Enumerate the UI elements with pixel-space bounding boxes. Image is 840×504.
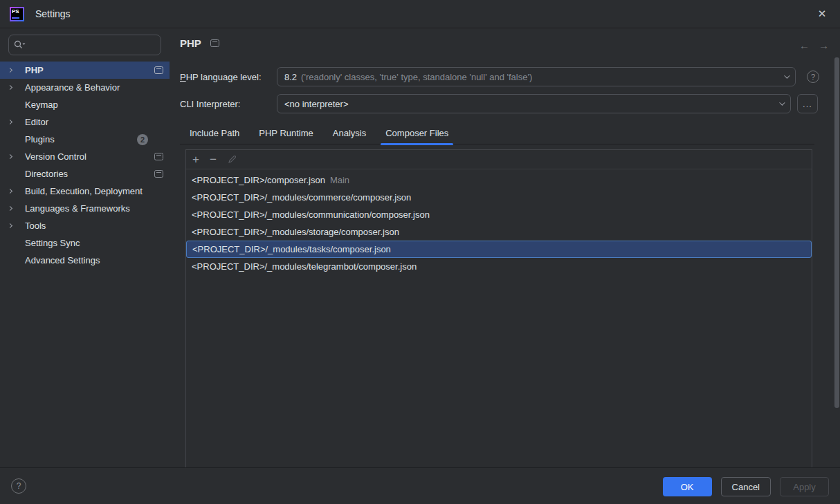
sidebar-item-label: Languages & Frameworks — [25, 203, 130, 214]
composer-file-row[interactable]: <PROJECT_DIR>/composer.jsonMain — [186, 171, 812, 189]
language-level-description: ('readonly' classes, 'true' type, standa… — [301, 72, 532, 82]
chevron-right-icon — [8, 224, 21, 227]
help-button[interactable]: ? — [11, 478, 26, 494]
composer-file-row[interactable]: <PROJECT_DIR>/_modules/commerce/composer… — [186, 189, 812, 206]
sidebar-item-languages-frameworks[interactable]: Languages & Frameworks — [0, 200, 170, 217]
chevron-right-icon — [8, 120, 21, 124]
composer-files-list: <PROJECT_DIR>/composer.jsonMain<PROJECT_… — [186, 169, 812, 275]
page-title: PHP — [180, 37, 219, 49]
tab-label: Analysis — [333, 128, 366, 138]
history-nav: ← → — [799, 39, 829, 51]
language-level-label: PHP language level: — [180, 72, 262, 82]
composer-file-suffix: Main — [330, 175, 349, 185]
tab-analysis[interactable]: Analysis — [323, 122, 376, 144]
sidebar-item-editor[interactable]: Editor — [0, 113, 170, 131]
cli-interpreter-value: <no interpreter> — [284, 99, 349, 109]
titlebar: PS Settings ✕ — [0, 0, 840, 28]
window-title: Settings — [35, 8, 71, 19]
sidebar-item-label: Plugins — [25, 134, 55, 144]
tab-label: Include Path — [190, 128, 239, 138]
sidebar-item-build-execution-deployment[interactable]: Build, Execution, Deployment — [0, 183, 170, 200]
vertical-scrollbar[interactable] — [834, 57, 839, 408]
forward-icon[interactable]: → — [819, 39, 829, 51]
sidebar-item-label: PHP — [25, 65, 44, 75]
sidebar-item-label: Appearance & Behavior — [25, 82, 120, 93]
composer-file-path: <PROJECT_DIR>/_modules/communication/com… — [192, 209, 430, 220]
sidebar-item-php[interactable]: PHP — [0, 62, 170, 79]
search-box[interactable] — [8, 35, 161, 55]
list-toolbar: + − — [186, 150, 812, 169]
chevron-right-icon — [8, 155, 21, 158]
search-input[interactable] — [28, 40, 156, 50]
sidebar-item-label: Advanced Settings — [25, 255, 100, 265]
search-icon — [14, 40, 26, 50]
close-icon[interactable]: ✕ — [814, 6, 830, 22]
chevron-right-icon — [8, 207, 21, 210]
sidebar-item-tools[interactable]: Tools — [0, 217, 170, 234]
tab-php-runtime[interactable]: PHP Runtime — [249, 122, 323, 144]
tab-include-path[interactable]: Include Path — [180, 122, 249, 144]
tab-label: PHP Runtime — [259, 128, 313, 138]
edit-icon[interactable] — [227, 154, 237, 165]
sidebar-item-label: Build, Execution, Deployment — [25, 186, 143, 196]
composer-file-path: <PROJECT_DIR>/_modules/tasks/composer.js… — [192, 244, 391, 254]
tab-composer-files[interactable]: Composer Files — [376, 122, 458, 144]
plugins-count-badge: 2 — [137, 134, 148, 145]
chevron-right-icon — [8, 189, 21, 193]
modified-indicator-icon — [154, 153, 163, 160]
php-settings-tabs: Include PathPHP RuntimeAnalysisComposer … — [180, 122, 814, 144]
back-icon[interactable]: ← — [799, 39, 810, 51]
ok-button[interactable]: OK — [663, 477, 712, 496]
cancel-button[interactable]: Cancel — [721, 477, 771, 496]
sidebar-item-label: Version Control — [25, 151, 86, 162]
modified-indicator-icon — [210, 39, 219, 47]
sidebar-item-version-control[interactable]: Version Control — [0, 148, 170, 165]
sidebar-item-label: Keymap — [25, 100, 58, 110]
composer-file-row[interactable]: <PROJECT_DIR>/_modules/tasks/composer.js… — [186, 241, 812, 258]
sidebar-item-label: Tools — [25, 221, 46, 231]
cli-interpreter-label: CLI Interpreter: — [180, 99, 240, 109]
chevron-right-icon — [8, 86, 21, 89]
sidebar-item-label: Settings Sync — [25, 238, 80, 248]
footer-separator — [0, 467, 840, 468]
chevron-right-icon — [8, 68, 21, 72]
composer-file-row[interactable]: <PROJECT_DIR>/_modules/storage/composer.… — [186, 223, 812, 241]
sidebar-item-plugins[interactable]: Plugins2 — [0, 131, 170, 148]
composer-file-path: <PROJECT_DIR>/_modules/telegrambot/compo… — [192, 261, 417, 272]
sidebar-item-label: Editor — [25, 117, 48, 127]
language-level-select[interactable]: 8.2 ('readonly' classes, 'true' type, st… — [277, 67, 796, 86]
composer-file-row[interactable]: <PROJECT_DIR>/_modules/communication/com… — [186, 206, 812, 223]
sidebar-item-settings-sync[interactable]: Settings Sync — [0, 234, 170, 252]
composer-file-path: <PROJECT_DIR>/_modules/commerce/composer… — [192, 192, 411, 203]
modified-indicator-icon — [154, 170, 163, 178]
sidebar-item-appearance-behavior[interactable]: Appearance & Behavior — [0, 79, 170, 96]
apply-button[interactable]: Apply — [780, 477, 829, 496]
settings-sidebar: PHPAppearance & BehaviorKeymapEditorPlug… — [0, 29, 174, 467]
composer-file-path: <PROJECT_DIR>/composer.json — [192, 175, 325, 185]
sidebar-item-label: Directories — [25, 169, 68, 179]
help-icon[interactable]: ? — [807, 71, 819, 83]
sidebar-item-keymap[interactable]: Keymap — [0, 96, 170, 113]
composer-file-path: <PROJECT_DIR>/_modules/storage/composer.… — [192, 227, 399, 237]
remove-button[interactable]: − — [210, 153, 217, 165]
chevron-down-icon — [779, 100, 785, 105]
chevron-down-icon — [784, 73, 789, 78]
dialog-buttons: OK Cancel Apply — [663, 477, 829, 496]
language-level-value: 8.2 — [284, 72, 297, 82]
phpstorm-logo-icon: PS — [10, 7, 24, 21]
add-button[interactable]: + — [192, 153, 199, 165]
modified-indicator-icon — [154, 66, 163, 74]
sidebar-item-directories[interactable]: Directories — [0, 165, 170, 183]
composer-file-row[interactable]: <PROJECT_DIR>/_modules/telegrambot/compo… — [186, 258, 812, 275]
sidebar-item-advanced-settings[interactable]: Advanced Settings — [0, 252, 170, 269]
composer-files-panel: + − <PROJECT_DIR>/composer.jsonMain<PROJ… — [185, 149, 812, 467]
cli-interpreter-select[interactable]: <no interpreter> — [277, 94, 791, 113]
browse-interpreters-button[interactable]: ... — [797, 94, 818, 113]
sidebar-list: PHPAppearance & BehaviorKeymapEditorPlug… — [0, 62, 174, 269]
tab-label: Composer Files — [385, 128, 448, 138]
